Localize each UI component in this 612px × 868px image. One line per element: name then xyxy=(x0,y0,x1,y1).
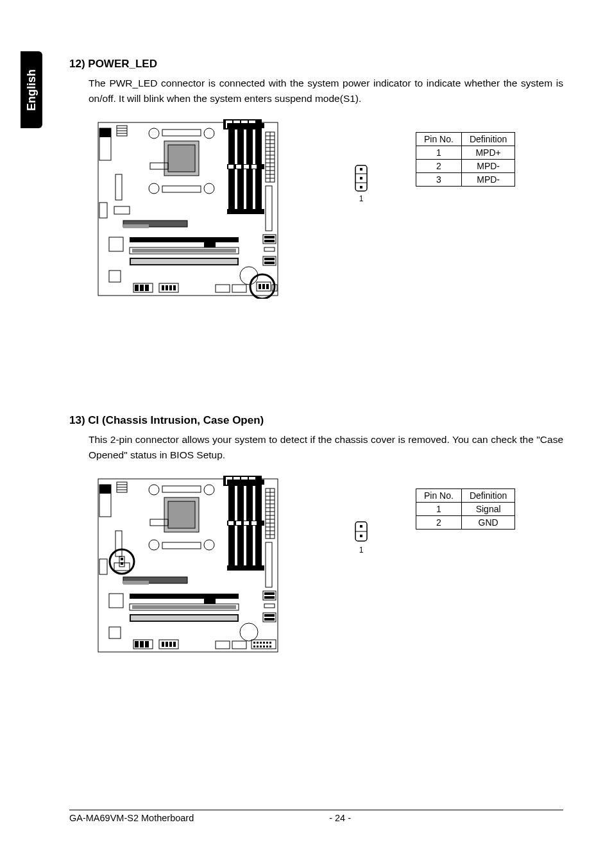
svg-point-12 xyxy=(149,183,159,194)
svg-rect-148 xyxy=(204,596,216,604)
svg-rect-32 xyxy=(251,165,257,169)
svg-rect-80 xyxy=(259,284,261,289)
svg-rect-189 xyxy=(360,525,362,528)
page-footer: GA-MA69VM-S2 Motherboard - 24 - xyxy=(69,810,563,823)
connector-diagram-3pin: 1 xyxy=(326,164,396,203)
svg-rect-150 xyxy=(109,627,121,638)
svg-rect-110 xyxy=(99,485,111,494)
svg-rect-157 xyxy=(166,642,168,647)
svg-rect-143 xyxy=(130,594,239,599)
svg-rect-138 xyxy=(266,542,272,587)
svg-rect-177 xyxy=(253,646,255,647)
svg-rect-182 xyxy=(269,646,271,647)
svg-rect-158 xyxy=(169,642,172,647)
svg-rect-29 xyxy=(228,165,234,169)
svg-rect-152 xyxy=(135,641,139,647)
svg-point-101 xyxy=(149,485,159,495)
svg-rect-121 xyxy=(236,521,241,525)
svg-rect-184 xyxy=(121,558,123,560)
svg-rect-26 xyxy=(227,123,264,128)
table-row: 1 MPD+ xyxy=(416,146,515,160)
svg-rect-169 xyxy=(264,618,275,621)
pin-table-12: Pin No. Definition 1 MPD+ 2 MPD- 3 MPD- xyxy=(416,132,515,187)
svg-rect-153 xyxy=(140,641,144,647)
svg-rect-145 xyxy=(132,605,236,609)
motherboard-diagram-13 xyxy=(95,476,281,655)
svg-rect-77 xyxy=(264,258,275,260)
svg-rect-168 xyxy=(264,614,275,617)
svg-rect-178 xyxy=(257,646,259,647)
th-def: Definition xyxy=(461,133,514,146)
svg-rect-61 xyxy=(135,285,139,291)
svg-rect-175 xyxy=(266,642,268,644)
svg-rect-17 xyxy=(168,145,195,172)
svg-rect-176 xyxy=(269,642,271,644)
connector-pin1-label-13: 1 xyxy=(359,546,364,555)
svg-rect-62 xyxy=(140,285,144,291)
svg-rect-106 xyxy=(162,542,201,549)
svg-point-13 xyxy=(204,183,214,194)
table-row: 1 Signal xyxy=(416,503,515,516)
svg-rect-59 xyxy=(109,271,121,282)
svg-rect-122 xyxy=(244,521,249,525)
svg-rect-70 xyxy=(232,285,246,292)
section-chassis-intrusion: 13) CI (Chassis Intrusion, Case Open) Th… xyxy=(69,414,563,655)
svg-rect-31 xyxy=(244,165,249,169)
svg-rect-139 xyxy=(99,559,107,574)
svg-rect-68 xyxy=(173,285,176,290)
svg-point-162 xyxy=(240,623,258,641)
table-row: 3 MPD- xyxy=(416,173,515,187)
svg-rect-90 xyxy=(360,186,362,188)
svg-rect-49 xyxy=(114,206,130,214)
connector-diagram-2pin: 1 xyxy=(326,521,396,555)
svg-rect-166 xyxy=(264,604,275,608)
svg-rect-111 xyxy=(115,531,122,556)
svg-rect-147 xyxy=(131,615,237,621)
svg-rect-117 xyxy=(227,480,264,485)
svg-rect-172 xyxy=(257,642,259,644)
svg-point-11 xyxy=(204,128,214,138)
section-power-led: 12) POWER_LED The PWR_LED connector is c… xyxy=(69,58,563,299)
section12-heading: 12) POWER_LED xyxy=(69,58,563,71)
section13-heading: 13) CI (Chassis Intrusion, Case Open) xyxy=(69,414,563,427)
svg-rect-54 xyxy=(132,249,236,253)
svg-rect-81 xyxy=(262,284,265,289)
th-pin: Pin No. xyxy=(416,133,462,146)
svg-rect-73 xyxy=(264,236,275,238)
svg-rect-69 xyxy=(216,285,230,292)
svg-rect-161 xyxy=(232,641,246,649)
svg-point-103 xyxy=(149,540,159,550)
th-def: Definition xyxy=(461,489,514,503)
svg-rect-78 xyxy=(264,262,275,264)
svg-rect-89 xyxy=(360,177,362,179)
svg-rect-30 xyxy=(236,165,241,169)
svg-rect-51 xyxy=(123,224,149,228)
svg-rect-120 xyxy=(228,521,234,525)
table-row: 2 GND xyxy=(416,516,515,530)
footer-page: - 24 - xyxy=(117,813,563,823)
svg-rect-164 xyxy=(264,592,275,595)
pin-table-13: Pin No. Definition 1 Signal 2 GND xyxy=(416,488,515,530)
svg-rect-118 xyxy=(227,565,264,571)
svg-rect-52 xyxy=(130,237,239,242)
svg-rect-47 xyxy=(266,186,272,231)
svg-rect-174 xyxy=(263,642,265,644)
language-label: English xyxy=(25,69,38,110)
svg-rect-179 xyxy=(260,646,262,647)
language-tab: English xyxy=(21,51,42,128)
svg-rect-56 xyxy=(131,259,237,264)
section13-paragraph: This 2-pin connector allows your system … xyxy=(89,432,563,463)
svg-rect-82 xyxy=(266,284,269,289)
svg-rect-181 xyxy=(266,646,268,647)
svg-rect-185 xyxy=(121,562,123,565)
svg-rect-88 xyxy=(360,168,362,171)
svg-rect-180 xyxy=(263,646,265,647)
connector-pin1-label-12: 1 xyxy=(359,194,364,203)
svg-rect-173 xyxy=(260,642,262,644)
section12-paragraph: The PWR_LED connector is connected with … xyxy=(89,76,563,106)
svg-rect-171 xyxy=(253,642,255,644)
svg-rect-19 xyxy=(99,128,111,137)
svg-rect-160 xyxy=(216,641,230,649)
svg-point-104 xyxy=(204,540,214,550)
svg-rect-105 xyxy=(162,486,201,492)
